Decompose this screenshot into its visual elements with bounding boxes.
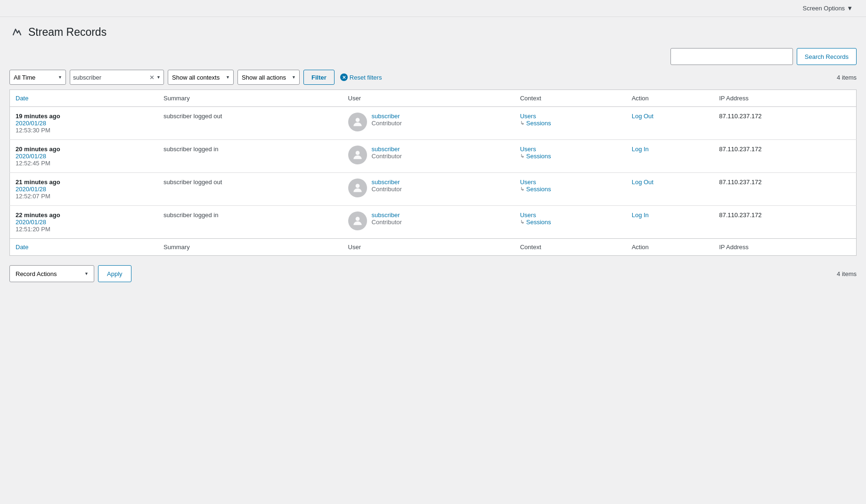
user-role-2: Contributor: [372, 186, 402, 193]
context-arrow-1: ↳: [520, 153, 524, 159]
items-count-top: 4 items: [837, 74, 857, 81]
col-header-ip: IP Address: [713, 90, 856, 107]
context-cell-1: Users ↳ Sessions: [515, 140, 626, 173]
user-info-0: subscriber Contributor: [372, 113, 402, 127]
ip-address-3: 87.110.237.172: [719, 211, 761, 219]
action-cell-1: Log In: [626, 140, 714, 173]
time-text-1: 12:52:45 PM: [16, 160, 152, 167]
date-cell-3: 22 minutes ago 2020/01/28 12:51:20 PM: [10, 206, 158, 239]
absolute-date-0[interactable]: 2020/01/28: [16, 120, 152, 127]
absolute-date-3[interactable]: 2020/01/28: [16, 219, 152, 226]
action-link-1[interactable]: Log In: [632, 146, 649, 153]
user-filter-arrow: ▼: [156, 75, 161, 80]
screen-options-chevron: ▼: [847, 5, 853, 12]
context-filter-select[interactable]: Show all contexts: [168, 70, 234, 85]
context-main-1[interactable]: Users: [520, 146, 621, 153]
user-cell-1: subscriber Contributor: [343, 140, 515, 173]
relative-time-2: 21 minutes ago: [16, 179, 60, 186]
date-cell-1: 20 minutes ago 2020/01/28 12:52:45 PM: [10, 140, 158, 173]
absolute-date-2[interactable]: 2020/01/28: [16, 186, 152, 193]
record-actions-wrapper: Record Actions Delete: [9, 265, 94, 282]
context-main-3[interactable]: Users: [520, 211, 621, 219]
time-text-3: 12:51:20 PM: [16, 226, 152, 233]
table-footer-row: Date Summary User Context Action IP Addr…: [10, 239, 857, 256]
screen-options-label: Screen Options: [803, 5, 845, 12]
action-link-2[interactable]: Log Out: [632, 179, 654, 186]
context-cell-0: Users ↳ Sessions: [515, 107, 626, 140]
bottom-bar: Record Actions Delete Apply 4 items: [9, 261, 857, 286]
context-sub-0[interactable]: ↳ Sessions: [520, 120, 621, 127]
context-sub-2[interactable]: ↳ Sessions: [520, 186, 621, 193]
ip-address-0: 87.110.237.172: [719, 113, 761, 120]
page-title-row: Stream Records: [9, 24, 857, 41]
user-cell-0: subscriber Contributor: [343, 107, 515, 140]
bottom-left: Record Actions Delete Apply: [9, 265, 131, 282]
top-bar: Screen Options ▼: [0, 0, 866, 17]
user-name-2[interactable]: subscriber: [372, 179, 402, 186]
summary-cell-0: subscriber logged out: [158, 107, 343, 140]
record-actions-select[interactable]: Record Actions Delete: [9, 265, 94, 282]
user-name-0[interactable]: subscriber: [372, 113, 402, 120]
reset-icon: ✕: [340, 73, 348, 81]
context-sub-3[interactable]: ↳ Sessions: [520, 219, 621, 226]
col-header-context: Context: [515, 90, 626, 107]
col-footer-user: User: [343, 239, 515, 256]
action-link-0[interactable]: Log Out: [632, 113, 654, 120]
user-name-3[interactable]: subscriber: [372, 211, 402, 219]
ip-cell-3: 87.110.237.172: [713, 206, 856, 239]
user-info-3: subscriber Contributor: [372, 211, 402, 226]
stream-icon: [9, 24, 24, 41]
time-text-2: 12:52:07 PM: [16, 193, 152, 200]
action-filter-select[interactable]: Show all actions: [237, 70, 300, 85]
reset-filters-button[interactable]: ✕ Reset filters: [338, 73, 384, 81]
user-filter-clear[interactable]: ✕: [149, 74, 155, 81]
col-header-summary: Summary: [158, 90, 343, 107]
context-main-2[interactable]: Users: [520, 179, 621, 186]
col-footer-action: Action: [626, 239, 714, 256]
svg-point-1: [355, 151, 359, 155]
user-name-1[interactable]: subscriber: [372, 146, 402, 153]
user-role-3: Contributor: [372, 219, 402, 226]
screen-options-button[interactable]: Screen Options ▼: [799, 3, 857, 14]
user-role-1: Contributor: [372, 153, 402, 160]
user-cell-3: subscriber Contributor: [343, 206, 515, 239]
table-header-row: Date Summary User Context Action IP Addr…: [10, 90, 857, 107]
time-filter-wrapper: All Time Today Last 7 Days Last 30 Days …: [9, 70, 66, 85]
context-main-0[interactable]: Users: [520, 113, 621, 120]
svg-point-0: [355, 118, 359, 122]
context-sub-1[interactable]: ↳ Sessions: [520, 153, 621, 160]
avatar-3: [348, 211, 367, 230]
context-filter-wrapper: Show all contexts: [168, 70, 234, 85]
search-records-button[interactable]: Search Records: [797, 48, 857, 65]
user-filter-wrapper[interactable]: subscriber ✕ ▼: [70, 70, 164, 85]
col-footer-date[interactable]: Date: [10, 239, 158, 256]
ip-cell-1: 87.110.237.172: [713, 140, 856, 173]
ip-cell-2: 87.110.237.172: [713, 173, 856, 206]
col-footer-summary: Summary: [158, 239, 343, 256]
filter-button[interactable]: Filter: [303, 70, 335, 85]
context-arrow-3: ↳: [520, 219, 524, 225]
ip-address-1: 87.110.237.172: [719, 146, 761, 153]
apply-button[interactable]: Apply: [98, 265, 131, 282]
context-arrow-0: ↳: [520, 120, 524, 126]
relative-time-1: 20 minutes ago: [16, 146, 60, 153]
page-title: Stream Records: [28, 25, 106, 40]
col-header-user: User: [343, 90, 515, 107]
col-header-date[interactable]: Date: [10, 90, 158, 107]
avatar-2: [348, 179, 367, 197]
user-role-0: Contributor: [372, 120, 402, 127]
action-link-3[interactable]: Log In: [632, 211, 649, 219]
context-arrow-2: ↳: [520, 186, 524, 192]
table-row: 20 minutes ago 2020/01/28 12:52:45 PM su…: [10, 140, 857, 173]
user-cell-2: subscriber Contributor: [343, 173, 515, 206]
context-cell-3: Users ↳ Sessions: [515, 206, 626, 239]
table-row: 19 minutes ago 2020/01/28 12:53:30 PM su…: [10, 107, 857, 140]
time-filter-select[interactable]: All Time Today Last 7 Days Last 30 Days …: [9, 70, 66, 85]
date-cell-2: 21 minutes ago 2020/01/28 12:52:07 PM: [10, 173, 158, 206]
absolute-date-1[interactable]: 2020/01/28: [16, 153, 152, 160]
action-cell-0: Log Out: [626, 107, 714, 140]
user-filter-value: subscriber: [73, 74, 149, 81]
search-input[interactable]: [670, 48, 793, 65]
svg-point-2: [355, 184, 359, 188]
action-cell-3: Log In: [626, 206, 714, 239]
